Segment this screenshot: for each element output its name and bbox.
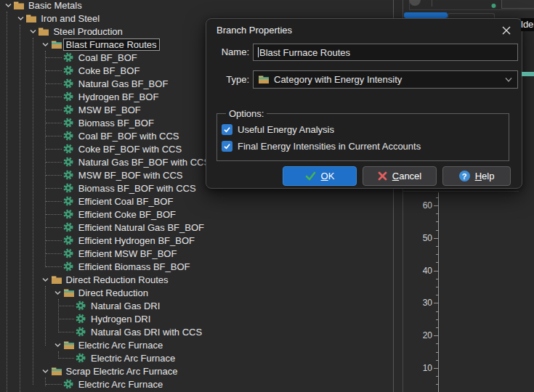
tree-connector <box>46 175 62 176</box>
tree-item-label: Efficient MSW BF_BOF <box>76 248 180 260</box>
tree-connector <box>46 201 62 202</box>
dialog-title: Branch Properties <box>217 25 292 36</box>
checkbox-row: Final Energy Intensities in Current Acco… <box>222 139 421 153</box>
tree-connector <box>46 214 62 215</box>
axis-tick <box>436 287 439 287</box>
button-label: OK <box>321 171 335 181</box>
close-button[interactable] <box>501 25 512 36</box>
tree-item[interactable]: Basic Metals <box>0 0 393 12</box>
tree-item-label: Natural Gas DRI <box>88 300 163 312</box>
tree-connector <box>46 162 62 163</box>
axis-tick <box>434 368 438 369</box>
tree-connector <box>46 123 62 123</box>
gear-icon <box>63 51 73 64</box>
toolbar-separator <box>432 0 432 7</box>
axis-tick <box>436 311 439 312</box>
button-label: Help <box>475 171 495 181</box>
gear-icon <box>63 77 73 90</box>
tree-item-label: Hydrogen BF_BOF <box>76 91 162 103</box>
y-axis <box>438 192 439 392</box>
axis-tick <box>434 271 438 271</box>
chevron-down-icon[interactable] <box>53 338 63 351</box>
tree-item[interactable]: Hydrogen DRI <box>0 312 393 325</box>
tree-item-label: Efficient Hydrogen BF_BOF <box>76 234 198 247</box>
axis-tick <box>436 230 439 231</box>
gear-knob-icon[interactable] <box>409 0 421 6</box>
folder-icon <box>13 0 25 12</box>
category-intensity-folder-icon <box>51 364 62 377</box>
chevron-down-icon <box>504 77 513 83</box>
axis-tick <box>434 335 438 336</box>
chevron-down-icon[interactable] <box>53 286 63 299</box>
tree-connector <box>46 70 62 71</box>
final-energy-checkbox[interactable] <box>222 141 232 152</box>
tree-item-label: Coke BF_BOF with CCS <box>76 143 185 155</box>
chevron-down-icon[interactable] <box>15 12 25 25</box>
axis-tick <box>436 213 439 214</box>
tree-item-label: Biomass BF_BOF with CCS <box>76 182 199 195</box>
ok-button[interactable]: OK <box>283 166 357 186</box>
cancel-button[interactable]: Cancel <box>363 166 437 186</box>
tree-item[interactable]: Efficient Biomass BF_BOF <box>0 260 393 273</box>
tree-item[interactable]: Electric Arc Furnace <box>0 377 393 391</box>
gear-icon <box>63 168 73 181</box>
chevron-down-icon[interactable] <box>41 273 51 286</box>
app-window: Basic MetalsIron and SteelSteel Producti… <box>0 0 534 392</box>
axis-tick-label: 20 <box>408 330 432 340</box>
tree-item[interactable]: Electric Arc Furnace <box>0 338 393 351</box>
tree-item-label: Coke BF_BOF <box>76 65 143 77</box>
tree-connector <box>46 240 62 241</box>
chevron-down-icon[interactable] <box>28 25 38 38</box>
chart-pane-border <box>402 191 519 192</box>
tree-item[interactable]: Natural Gas DRI <box>0 299 393 312</box>
tree-item[interactable]: Efficient MSW BF_BOF <box>0 247 393 260</box>
text-fragment: lder <box>521 18 534 31</box>
gear-icon <box>76 299 86 312</box>
name-label: Name: <box>206 44 249 61</box>
folder-icon <box>25 12 37 25</box>
tree-item[interactable]: Natural Gas DRI with CCS <box>0 325 393 338</box>
useful-energy-checkbox[interactable] <box>222 124 232 135</box>
axis-tick <box>434 303 438 303</box>
axis-tick-label: 40 <box>408 266 432 276</box>
tree-item-label: Basic Metals <box>25 0 85 12</box>
tree-item[interactable]: Efficient Coke BF_BOF <box>0 208 393 221</box>
tree-item-label: Steel Production <box>50 25 125 38</box>
axis-tick <box>436 352 439 353</box>
tree-item[interactable]: Electric Arc Furnace <box>0 351 393 364</box>
active-tab[interactable] <box>404 12 448 18</box>
gear-icon <box>76 312 86 325</box>
gear-icon <box>63 247 73 260</box>
gear-icon <box>63 155 73 168</box>
chevron-down-icon[interactable] <box>41 38 51 51</box>
type-select[interactable]: Category with Energy Intensity <box>253 70 518 89</box>
tree-item[interactable]: Direct Reduction <box>0 286 393 299</box>
toolbar-button[interactable] <box>501 0 534 9</box>
tree-item-label: Biomass BF_BOF <box>76 117 157 129</box>
name-input[interactable]: Blast Furnace Routes <box>253 44 518 61</box>
tree-item[interactable]: Direct Reduction Routes <box>0 273 393 286</box>
tree-item[interactable]: Scrap Electric Arc Furnace <box>0 364 393 377</box>
tree-item[interactable]: Efficient Coal BF_BOF <box>0 195 393 208</box>
axis-tick <box>436 343 439 344</box>
tree-item[interactable]: Efficient Hydrogen BF_BOF <box>0 234 393 247</box>
tree-connector <box>46 136 62 136</box>
chevron-down-icon[interactable] <box>41 364 51 377</box>
help-button[interactable]: ? Help <box>442 166 511 186</box>
axis-tick-label: 60 <box>408 200 432 211</box>
tree-connector <box>58 358 74 359</box>
tree-connector <box>46 188 62 189</box>
axis-tick-label: 50 <box>408 233 432 243</box>
gear-icon <box>63 260 73 273</box>
tree-connector <box>46 253 62 254</box>
tree-connector <box>46 83 62 84</box>
tree-item-label: Electric Arc Furnace <box>76 378 166 391</box>
gear-icon <box>63 221 73 234</box>
checkbox-label: Useful Energy Analysis <box>238 124 334 135</box>
gear-icon <box>63 181 73 195</box>
axis-tick <box>434 205 438 206</box>
chevron-down-icon[interactable] <box>3 0 13 12</box>
tree-item[interactable]: Efficient Natural Gas BF_BOF <box>0 221 393 234</box>
tree-item-label: Electric Arc Furnace <box>88 352 178 364</box>
axis-tick <box>436 279 439 279</box>
